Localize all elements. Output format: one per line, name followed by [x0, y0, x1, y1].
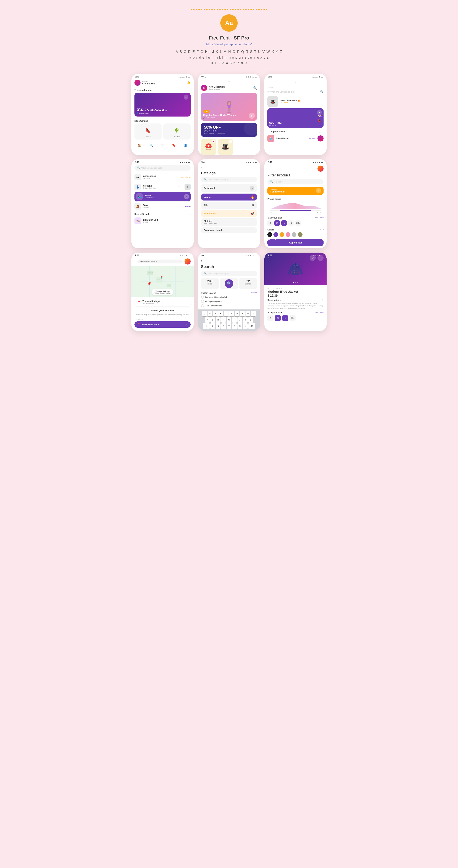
size-l-9[interactable]: L [282, 315, 288, 321]
font-link[interactable]: https://developer.apple.com/fonts/ [206, 42, 252, 46]
size-xxl[interactable]: XXL [295, 220, 301, 226]
key-a[interactable]: A [205, 317, 210, 323]
filter-back[interactable]: ‹ [267, 167, 268, 170]
user-loc-arrow[interactable]: › [162, 301, 162, 304]
catalog-beauty[interactable]: Beauty and Health [201, 227, 257, 233]
key-k[interactable]: K [243, 317, 248, 323]
key-r[interactable]: R [218, 311, 223, 316]
key-i[interactable]: I [240, 311, 245, 316]
key-j[interactable]: J [237, 317, 242, 323]
key-g[interactable]: G [227, 317, 231, 323]
search-icon[interactable]: 🔍 [320, 90, 324, 93]
cat-shoes[interactable]: 👟 Shoes More Items › [134, 192, 191, 202]
key-e[interactable]: E [213, 311, 218, 316]
search-bar[interactable]: # What are you looking for 🔍 [267, 89, 324, 94]
key-q[interactable]: Q [202, 311, 207, 316]
key-l[interactable]: L [248, 317, 253, 323]
filter-search[interactable]: 🔍 Try search [267, 179, 324, 184]
address-bar[interactable]: 📍 Wilco Street No. 3A ✓ [134, 321, 191, 328]
user-location-row[interactable]: 📍 Thomas Sudrajat Wilco Street No. 3A › [134, 299, 191, 306]
key-f[interactable]: F [221, 317, 226, 323]
size-l[interactable]: L [281, 220, 287, 226]
color-purple[interactable]: ✓ [273, 232, 278, 237]
search-top[interactable]: 🔍 What are you looking for [134, 165, 191, 170]
promo-banner[interactable]: 50% OFF EVERYTHING With coupon code alor… [201, 123, 257, 137]
color-orange[interactable] [280, 232, 284, 237]
key-o[interactable]: O [246, 311, 250, 316]
color-pink[interactable] [286, 232, 290, 237]
search-nav[interactable]: 🔍 [150, 144, 153, 147]
clear-all-btn[interactable]: Clear All [251, 292, 257, 294]
product-card[interactable]: 🧍‍♀️ $ 4,5 Regular Jeans Hodie Woman 🎤 P… [201, 93, 257, 121]
size-m-9[interactable]: M [275, 315, 281, 321]
key-h[interactable]: H [232, 317, 237, 323]
color-black[interactable]: ✓ [267, 232, 272, 237]
cat-accessories[interactable]: 🕶️ Accessories 17 Items Start from $5 [134, 172, 191, 182]
key-b[interactable]: B [232, 323, 237, 329]
cat-toys[interactable]: 🧸 Toys 19 item Follow [134, 202, 191, 211]
colors-more[interactable]: More [320, 228, 324, 231]
size-guide-link[interactable]: Size Guide [315, 217, 324, 219]
key-n[interactable]: N [237, 323, 242, 329]
size-s-9[interactable]: S [267, 315, 273, 321]
shoes-arrow[interactable]: › [184, 194, 189, 199]
home-nav[interactable]: 🏠 [138, 144, 141, 147]
key-s[interactable]: S [210, 317, 215, 323]
key-shift[interactable]: ⇧ [203, 323, 210, 329]
desc-chevron[interactable]: ⌃ [322, 299, 324, 302]
follow-button[interactable]: Follow [309, 137, 315, 140]
thumb-heart-1[interactable]: ♥ [212, 140, 215, 143]
catalog-shirt[interactable]: Shirt % [201, 202, 257, 209]
clothing-fav[interactable]: ♡ [177, 184, 182, 189]
catalog-dashboard[interactable]: Dashboard » [201, 184, 257, 192]
search-button[interactable]: 🔍 [253, 86, 257, 90]
clothing-card[interactable]: CLOTHING 83 Items 👒 👠 ♥ [267, 108, 324, 128]
map-back[interactable]: ‹ [134, 260, 135, 263]
more-icon[interactable]: ••• [187, 88, 191, 92]
recent-item-dress[interactable]: Orange Long Dress [201, 300, 257, 303]
heart-nav[interactable]: ♡ [161, 144, 164, 147]
catalog-promotions[interactable]: Promotions 🚀 [201, 210, 257, 217]
more-stores[interactable]: • [320, 131, 321, 134]
key-p[interactable]: P [251, 311, 256, 316]
key-z[interactable]: Z [210, 323, 215, 329]
heart-button[interactable]: ♥ [184, 95, 189, 100]
dashboard-arrow[interactable]: » [250, 186, 254, 190]
cat-clothing[interactable]: 👗 Clothing 8 New Collection ♡ 👔 [134, 182, 191, 192]
search-bar-8[interactable]: 🔍 What are you looking for [201, 271, 257, 276]
rec-item-cactus[interactable]: 🌵 Cactus [163, 123, 190, 140]
color-olive[interactable] [298, 232, 302, 237]
map-container[interactable]: STADION POLONA 📍 📌 Thomas SudrajatWilco … [131, 266, 194, 297]
toys-follow[interactable]: Follow [185, 206, 190, 208]
product-thumb-2[interactable]: 🎩 ♡ [218, 139, 233, 155]
size-xl[interactable]: XL [288, 220, 294, 226]
key-m[interactable]: M [243, 323, 248, 329]
back-arrow-8[interactable]: ‹ [198, 257, 260, 264]
hero-banner[interactable]: NEW 2020 Modern Outfit Collection 👤 Firm… [134, 93, 191, 117]
back-arrow-5[interactable]: ‹ [198, 164, 260, 170]
key-w[interactable]: W [207, 311, 212, 316]
recent-item-1[interactable]: 👒 Light Belt Suit $ 5,89 [134, 217, 191, 224]
size-xl-9[interactable]: XL [290, 315, 296, 321]
key-delete[interactable]: ⌫ [248, 323, 255, 329]
key-y[interactable]: Y [229, 311, 234, 316]
clothing-heart[interactable]: ♥ [317, 110, 322, 115]
size-guide-9[interactable]: Size Guide [315, 311, 324, 314]
price-slider[interactable] [269, 210, 321, 211]
bookmark-nav[interactable]: 🔖 [172, 144, 176, 147]
profile-nav[interactable]: 👤 [184, 144, 187, 147]
collection-card[interactable]: 🎩 New Collections 🔥 127 Items [267, 96, 324, 107]
size-s[interactable]: S [267, 220, 273, 226]
color-gray[interactable] [292, 232, 296, 237]
filter-arrow[interactable]: › [316, 188, 321, 193]
key-x[interactable]: X [216, 323, 221, 329]
catalog-new-in[interactable]: New In 🔥 [201, 193, 257, 200]
recent-item-jacket[interactable]: Lighweight Green Jacket [201, 296, 257, 299]
key-d[interactable]: D [216, 317, 221, 323]
key-u[interactable]: U [235, 311, 239, 316]
catalog-clothing[interactable]: Clothing Start from $ 9,09 [201, 218, 257, 226]
recent-item-store[interactable]: Zara Fashion Store [201, 304, 257, 307]
bell-icon[interactable]: 🔔 [187, 81, 191, 85]
key-v[interactable]: V [227, 323, 231, 329]
size-m[interactable]: M [274, 220, 280, 226]
